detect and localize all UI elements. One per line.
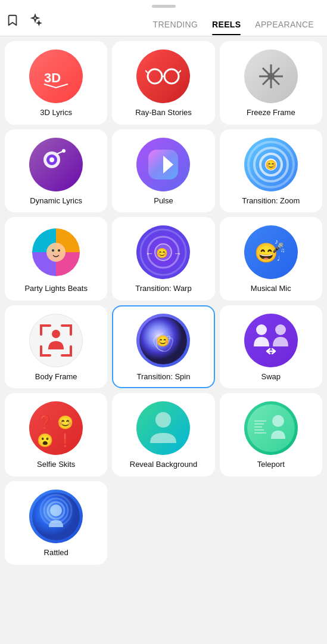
effect-musical-mic[interactable]: 😄 🎤 ♪ ♫ ♩ Musical Mic: [220, 217, 322, 301]
svg-point-10: [267, 73, 275, 80]
nav-tabs: TRENDING REELS APPEARANCE: [42, 15, 321, 35]
effect-dynamic-lyrics[interactable]: Dynamic Lyrics: [5, 129, 107, 213]
icon-pulse: [136, 138, 190, 191]
effect-freeze[interactable]: Freeze Frame: [220, 41, 322, 125]
effect-transition-zoom-label: Transition: Zoom: [242, 196, 300, 206]
effect-rattled-label: Rattled: [44, 548, 68, 558]
svg-point-24: [46, 243, 66, 262]
svg-point-13: [49, 157, 54, 162]
svg-text:❓: ❓: [37, 414, 54, 431]
icon-body-frame: [29, 314, 83, 367]
svg-point-47: [139, 404, 187, 452]
tab-trending[interactable]: TRENDING: [146, 15, 205, 35]
effect-transition-warp-label: Transition: Warp: [135, 284, 191, 293]
nav-bar: TRENDING REELS APPEARANCE: [0, 10, 327, 36]
effect-teleport-label: Teleport: [257, 460, 285, 469]
svg-text:😊: 😊: [156, 335, 170, 348]
effect-rayban-label: Ray-Ban Stories: [135, 108, 192, 117]
icon-musical-mic: 😄 🎤 ♪ ♫ ♩: [244, 225, 298, 279]
svg-point-49: [247, 404, 295, 452]
sparkle-icon[interactable]: [29, 14, 42, 30]
icon-reveal-bg: [136, 401, 190, 455]
effect-transition-warp[interactable]: 😊 ← → Transition: Warp: [112, 217, 214, 301]
effect-teleport[interactable]: Teleport: [220, 393, 322, 476]
svg-text:❗: ❗: [57, 432, 74, 448]
effect-dynamic-lyrics-label: Dynamic Lyrics: [30, 196, 82, 206]
effect-party-lights[interactable]: Party Lights Beats: [5, 217, 107, 301]
svg-point-15: [62, 149, 66, 153]
effect-swap[interactable]: Swap: [220, 305, 322, 389]
icon-swap: [244, 314, 298, 367]
effect-reveal-background[interactable]: Reveal Background: [112, 393, 214, 476]
nav-icons: [6, 14, 42, 36]
svg-text:😊: 😊: [265, 159, 277, 171]
tab-appearance[interactable]: APPEARANCE: [248, 15, 321, 35]
svg-point-48: [155, 412, 171, 428]
top-bar: [0, 0, 327, 10]
effect-rattled[interactable]: Rattled: [5, 481, 107, 565]
svg-point-2: [164, 69, 179, 83]
svg-text:♪: ♪: [275, 237, 278, 246]
icon-transition-zoom: 😊: [244, 138, 298, 191]
icon-rattled: [29, 490, 83, 543]
effect-musical-mic-label: Musical Mic: [251, 284, 291, 293]
icon-freeze: [244, 49, 298, 103]
effect-rayban[interactable]: Ray-Ban Stories: [112, 41, 214, 125]
effect-body-frame-label: Body Frame: [35, 372, 77, 382]
effect-transition-spin[interactable]: 😊 Transition: Spin: [112, 305, 214, 389]
svg-point-60: [50, 504, 62, 516]
drag-pill: [152, 5, 176, 8]
icon-selfie-skits: ❓ 😊 😮 ❗: [29, 401, 83, 455]
svg-point-25: [52, 249, 54, 252]
tab-reels[interactable]: REELS: [205, 15, 248, 35]
icon-transition-warp: 😊 ← →: [136, 225, 190, 279]
effect-3d-lyrics[interactable]: 3D 3D Lyrics: [5, 41, 107, 125]
svg-text:3D: 3D: [44, 70, 61, 85]
effect-reveal-background-label: Reveal Background: [130, 460, 197, 469]
icon-party-lights: [29, 225, 83, 279]
effect-transition-spin-label: Transition: Spin: [137, 372, 191, 382]
effect-3d-lyrics-label: 3D Lyrics: [40, 108, 72, 117]
svg-point-1: [148, 69, 162, 83]
svg-point-55: [272, 415, 284, 427]
svg-text:😊: 😊: [156, 247, 168, 259]
effect-party-lights-label: Party Lights Beats: [24, 284, 88, 293]
svg-line-4: [145, 70, 148, 73]
effect-swap-label: Swap: [261, 372, 281, 382]
effect-body-frame[interactable]: Body Frame: [5, 305, 107, 389]
svg-text:←: ←: [145, 249, 154, 258]
effect-pulse[interactable]: Pulse: [112, 129, 214, 213]
icon-teleport: [244, 401, 298, 455]
effect-pulse-label: Pulse: [154, 196, 173, 206]
svg-text:♩: ♩: [277, 255, 280, 262]
svg-text:😊: 😊: [57, 414, 74, 431]
icon-transition-spin: 😊: [136, 314, 190, 367]
svg-text:→: →: [173, 249, 182, 258]
svg-point-26: [58, 249, 60, 252]
svg-point-42: [275, 324, 286, 335]
svg-text:😮: 😮: [37, 432, 54, 448]
effect-selfie-skits-label: Selfie Skits: [37, 460, 75, 469]
icon-3d-lyrics: 3D: [29, 49, 83, 103]
icon-rayban: [136, 49, 190, 103]
icon-dynamic-lyrics: [29, 138, 83, 191]
effect-freeze-label: Freeze Frame: [247, 108, 295, 117]
svg-point-41: [256, 324, 267, 335]
svg-line-5: [179, 70, 181, 73]
effect-selfie-skits[interactable]: ❓ 😊 😮 ❗ Selfie Skits: [5, 393, 107, 476]
bookmark-icon[interactable]: [6, 14, 19, 30]
svg-point-38: [52, 330, 60, 338]
svg-line-14: [57, 151, 63, 154]
effect-transition-zoom[interactable]: 😊 Transition: Zoom: [220, 129, 322, 213]
svg-text:♫: ♫: [281, 247, 285, 253]
effects-grid: 3D 3D Lyrics Ray-Ban Stories: [0, 36, 327, 569]
